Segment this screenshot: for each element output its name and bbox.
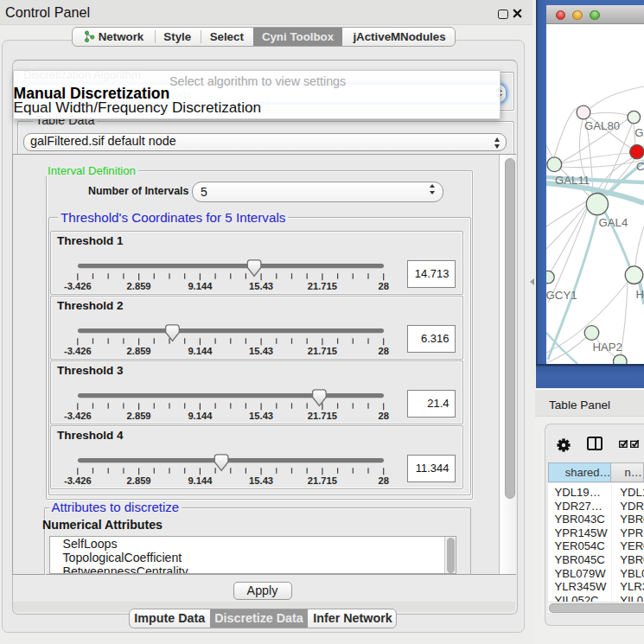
svg-text:GAL80: GAL80	[584, 119, 620, 132]
svg-text:H: H	[636, 288, 644, 301]
svg-text:GAL11: GAL11	[555, 174, 590, 187]
svg-text:GCY1: GCY1	[546, 289, 577, 302]
svg-text:GAL4: GAL4	[599, 216, 628, 229]
svg-text:HAP2: HAP2	[593, 341, 622, 354]
svg-text:GA: GA	[634, 126, 644, 139]
svg-text:CY: CY	[636, 160, 644, 173]
